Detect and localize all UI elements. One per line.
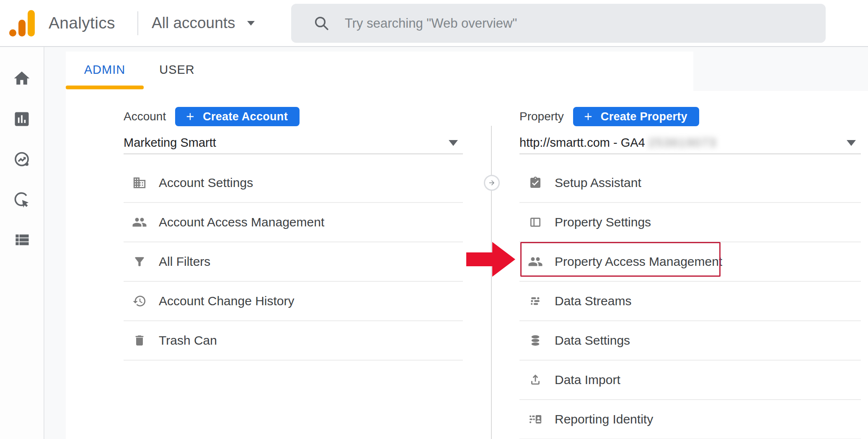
chevron-down-icon xyxy=(247,21,255,26)
column-divider xyxy=(491,126,492,439)
explore-icon[interactable] xyxy=(12,150,31,169)
account-menu: Account Settings Account Access Manageme… xyxy=(124,164,463,361)
history-icon xyxy=(132,294,147,309)
menu-item-setup-assistant[interactable]: Setup Assistant xyxy=(519,164,861,203)
stream-icon xyxy=(528,294,543,309)
menu-item-property-access-management[interactable]: Property Access Management xyxy=(519,242,861,282)
account-column: Account Create Account Marketing Smartt … xyxy=(124,106,463,361)
menu-item-data-import[interactable]: Data Import xyxy=(519,361,861,400)
menu-item-account-change-history[interactable]: Account Change History xyxy=(124,282,463,321)
account-label: Account xyxy=(124,110,166,123)
menu-item-account-access-management[interactable]: Account Access Management xyxy=(124,203,463,242)
create-account-button[interactable]: Create Account xyxy=(175,107,300,126)
people-icon xyxy=(528,254,543,269)
property-selector[interactable]: http://smartt.com - GA4 253619073 xyxy=(519,133,861,154)
create-property-button[interactable]: Create Property xyxy=(573,107,699,126)
dropdown-arrow-icon xyxy=(449,140,458,146)
home-icon[interactable] xyxy=(12,69,31,88)
menu-item-account-settings[interactable]: Account Settings xyxy=(124,164,463,203)
plus-icon xyxy=(582,111,594,122)
clipboard-check-icon xyxy=(528,175,543,190)
ga-admin-screen: Analytics All accounts xyxy=(0,0,868,439)
tab-admin[interactable]: ADMIN xyxy=(66,52,144,88)
window-icon xyxy=(528,215,543,230)
property-id-blurred: 253619073 xyxy=(648,133,717,152)
upload-icon xyxy=(528,372,543,387)
search-input[interactable] xyxy=(344,16,811,31)
reports-bar-chart-icon[interactable] xyxy=(12,109,31,129)
app-title: Analytics xyxy=(49,0,115,46)
database-icon xyxy=(528,333,543,348)
property-menu: Setup Assistant Property Settings Proper… xyxy=(519,164,861,439)
account-switcher[interactable]: All accounts xyxy=(152,0,255,46)
property-column-header: Property Create Property xyxy=(519,106,861,127)
search-icon xyxy=(313,15,331,32)
property-label: Property xyxy=(519,110,564,123)
menu-item-property-settings[interactable]: Property Settings xyxy=(519,203,861,242)
people-icon xyxy=(132,215,147,230)
advertising-target-icon[interactable] xyxy=(12,190,31,209)
building-icon xyxy=(132,175,147,190)
account-switcher-label: All accounts xyxy=(152,14,235,32)
account-selector[interactable]: Marketing Smartt xyxy=(124,133,463,154)
tab-user[interactable]: USER xyxy=(151,52,203,88)
tab-bar: ADMIN USER xyxy=(66,52,693,91)
identity-card-icon xyxy=(528,412,543,427)
header-divider xyxy=(137,11,138,35)
menu-item-data-settings[interactable]: Data Settings xyxy=(519,321,861,361)
menu-item-data-streams[interactable]: Data Streams xyxy=(519,282,861,321)
active-tab-underline xyxy=(66,86,144,89)
account-selected-value: Marketing Smartt xyxy=(124,133,463,152)
filter-icon xyxy=(132,254,147,269)
trash-icon xyxy=(132,333,147,348)
configure-list-icon[interactable] xyxy=(12,230,31,249)
move-to-property-arrow-icon[interactable] xyxy=(484,175,500,191)
nav-rail xyxy=(0,47,44,439)
admin-card: Account Create Account Marketing Smartt … xyxy=(66,91,868,439)
menu-item-all-filters[interactable]: All Filters xyxy=(124,242,463,282)
plus-icon xyxy=(184,111,196,122)
property-selected-value: http://smartt.com - GA4 xyxy=(519,136,645,149)
menu-item-trash-can[interactable]: Trash Can xyxy=(124,321,463,361)
dropdown-arrow-icon xyxy=(847,140,856,146)
menu-item-reporting-identity[interactable]: Reporting Identity xyxy=(519,400,861,439)
analytics-logo-icon xyxy=(9,10,34,36)
property-column: Property Create Property http://smartt.c… xyxy=(519,106,861,439)
search-bar[interactable] xyxy=(291,4,826,43)
top-header: Analytics All accounts xyxy=(0,0,868,47)
account-column-header: Account Create Account xyxy=(124,106,463,127)
